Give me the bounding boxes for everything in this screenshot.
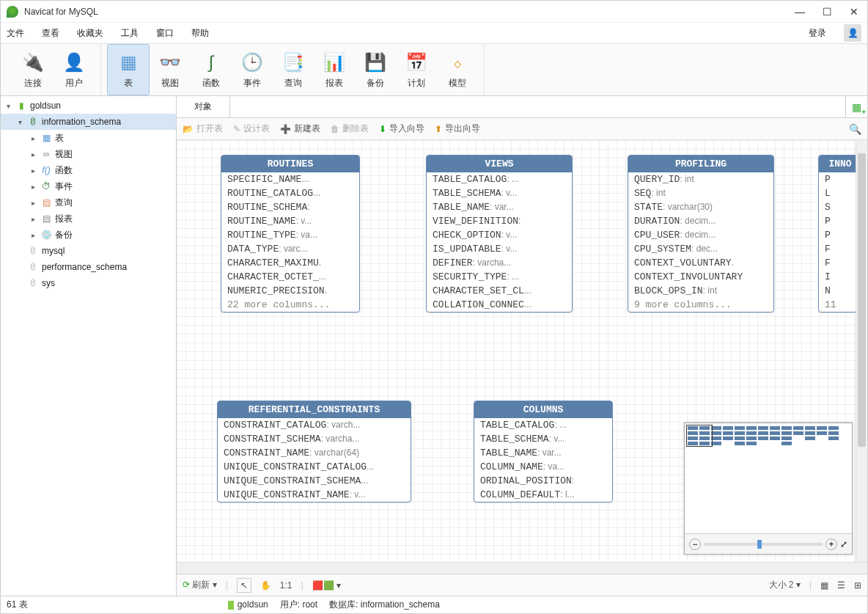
size-label[interactable]: 大小 2 ▾ [769,579,801,591]
tab-objects[interactable]: 对象 [177,96,230,117]
tool-model[interactable]: ⬦ 模型 [437,44,478,95]
grid-view-icon[interactable]: ▦ [820,580,828,591]
menu-help[interactable]: 帮助 [191,27,209,40]
cursor-tool[interactable]: ↖ [237,578,251,593]
expand-icon[interactable]: ⤢ [840,539,847,549]
close-button[interactable]: ✕ [850,6,858,18]
entity-column: CONSTRAINT_CATALOG: varch... [218,418,411,432]
search-icon[interactable]: 🔍 [849,123,861,135]
entity-column: SPECIFIC_NAME... [221,172,359,186]
entity-table[interactable]: VIEWSTABLE_CATALOG: ...TABLE_SCHEMA: v..… [426,155,573,313]
entity-column: ROUTINE_SCHEMA: [221,200,359,214]
table-icon: ▦ [117,51,140,74]
design-icon: ✎ [233,124,240,134]
database-icon: 🛢 [27,277,39,289]
window-controls: — ☐ ✕ [795,6,858,18]
tree-events[interactable]: ▸ ⏱ 事件 [1,178,176,194]
minimap-viewport[interactable] [686,425,713,447]
tool-event[interactable]: 🕒 事件 [232,44,273,95]
action-delete-table[interactable]: 🗑删除表 [331,123,369,135]
tool-function[interactable]: ∫ 函数 [191,44,232,95]
tree-tables[interactable]: ▸ ▦ 表 [1,130,176,146]
entity-column: NUMERIC_PRECISION. [221,284,359,298]
minimap[interactable]: − + ⤢ [684,423,853,555]
tree-database[interactable]: ▸ 🛢 mysql [1,243,176,259]
tool-connection[interactable]: 🔌 连接 [12,44,54,95]
tree-reports[interactable]: ▸ ▤ 报表 [1,211,176,227]
action-new-table[interactable]: ➕新建表 [280,123,320,135]
menu-tools[interactable]: 工具 [121,27,139,40]
minimap-canvas[interactable] [685,423,852,533]
tool-backup[interactable]: 💾 备份 [355,44,396,95]
tree-database[interactable]: ▸ 🛢 sys [1,275,176,291]
tool-plan[interactable]: 📅 计划 [396,44,437,95]
login-link[interactable]: 登录 [809,27,826,40]
database-icon: 🛢 [27,116,39,128]
tree-database-selected[interactable]: ▾ 🛢 information_schema [1,114,176,130]
zoom-out-button[interactable]: − [689,538,701,550]
entity-table[interactable]: REFERENTIAL_CONSTRAINTSCONSTRAINT_CATALO… [217,401,411,502]
tree-queries[interactable]: ▸ ▤ 查询 [1,194,176,211]
tree-database[interactable]: ▸ 🛢 performance_schema [1,259,176,275]
tree-connection[interactable]: ▾ ▮ goldsun [1,98,176,114]
entity-column: CONTEXT_VOLUNTARY. [628,256,773,270]
entity-table[interactable]: COLUMNSTABLE_CATALOG: ...TABLE_SCHEMA: v… [474,401,613,502]
query-icon: ▤ [40,197,52,208]
tool-report[interactable]: 📊 报表 [314,44,355,95]
horizontal-scrollbar[interactable] [177,562,867,574]
entity-column: DATA_TYPE: varc... [221,242,359,256]
menu-file[interactable]: 文件 [7,27,24,40]
caret-icon[interactable]: ▸ [29,183,37,191]
entity-table[interactable]: ROUTINESSPECIFIC_NAME...ROUTINE_CATALOG.… [221,155,360,313]
color-tool[interactable]: 🟥🟩 ▾ [312,580,341,591]
entity-column: COLUMN_NAME: va... [474,460,612,474]
minimize-button[interactable]: — [795,6,805,18]
caret-icon[interactable]: ▸ [29,231,37,239]
list-view-icon[interactable]: ☰ [837,580,845,591]
entity-column: CONSTRAINT_NAME: varchar(64) [218,446,411,460]
tool-query[interactable]: 📑 查询 [273,44,314,95]
entity-column: SECURITY_TYPE: ... [427,270,572,284]
menu-window[interactable]: 窗口 [156,27,174,40]
entity-column: VIEW_DEFINITION: [427,214,572,228]
tab-add-icon[interactable]: ▦ [845,96,867,117]
fit-tool[interactable]: 1:1 [280,580,293,591]
entity-column: CONSTRAINT_SCHEMA: varcha... [218,432,411,446]
model-icon: ⬦ [446,51,469,74]
caret-icon[interactable]: ▾ [15,118,24,126]
action-design-table[interactable]: ✎设计表 [233,123,270,135]
tool-table[interactable]: ▦ 表 [107,44,150,95]
avatar-icon[interactable]: 👤 [844,24,861,42]
connection-icon: ▮ [15,100,27,112]
caret-icon[interactable]: ▸ [29,215,37,223]
zoom-in-button[interactable]: + [825,538,837,550]
tool-user[interactable]: 👤 用户 [54,44,95,95]
action-export[interactable]: ⬆导出向导 [435,123,480,135]
table-icon: ▦ [40,132,52,144]
zoom-slider[interactable] [704,543,823,546]
entity-column: ROUTINE_CATALOG... [221,186,359,200]
caret-icon[interactable]: ▸ [29,167,37,175]
menu-favorites[interactable]: 收藏夹 [77,27,103,40]
caret-icon[interactable]: ▸ [29,199,37,207]
maximize-button[interactable]: ☐ [823,6,832,18]
detail-view-icon[interactable]: ⊞ [854,580,861,591]
tree-functions[interactable]: ▸ f() 函数 [1,162,176,178]
caret-icon[interactable]: ▸ [29,134,37,142]
entity-column: TABLE_SCHEMA: v... [427,186,572,200]
vertical-scrollbar[interactable] [856,140,867,562]
refresh-button[interactable]: ⟳ 刷新 ▾ [183,579,217,591]
action-open-table[interactable]: 📂打开表 [183,123,223,135]
menu-view[interactable]: 查看 [42,27,59,40]
entity-name: COLUMNS [474,401,612,418]
tree-backups[interactable]: ▸ 💿 备份 [1,227,176,243]
hand-tool[interactable]: ✋ [260,580,271,591]
tree-views[interactable]: ▸ ∞ 视图 [1,146,176,162]
caret-icon[interactable]: ▾ [4,102,12,110]
event-icon: ⏱ [40,180,52,192]
connection-tree[interactable]: ▾ ▮ goldsun ▾ 🛢 information_schema ▸ ▦ 表… [1,96,177,596]
caret-icon[interactable]: ▸ [29,150,37,158]
entity-table[interactable]: PROFILINGQUERY_ID: intSEQ: intSTATE: var… [628,155,774,313]
tool-view[interactable]: 👓 视图 [150,44,191,95]
action-import[interactable]: ⬇导入向导 [379,123,424,135]
